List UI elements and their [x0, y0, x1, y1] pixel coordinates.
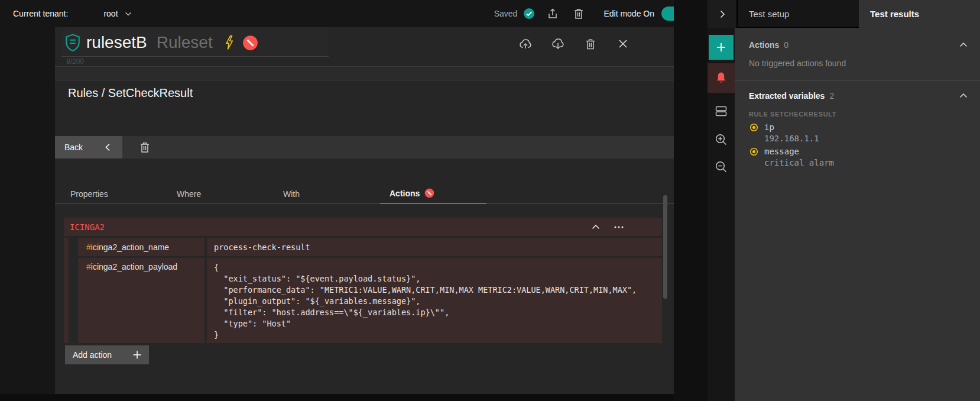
panel-gap: [674, 0, 708, 401]
action-name-label: #icinga2_action_name: [78, 238, 205, 256]
collapse-variables-button[interactable]: [959, 91, 968, 101]
collapse-group-button[interactable]: [591, 222, 601, 232]
zoom-in-icon: [715, 133, 728, 146]
action-group-accent: [64, 238, 69, 343]
shield-icon: [65, 34, 80, 51]
plus-icon: [716, 43, 726, 52]
tab-label: Test results: [870, 9, 919, 19]
back-button-label: Back: [64, 143, 83, 152]
tab-label: Test setup: [749, 9, 789, 19]
chevron-left-icon: [103, 143, 113, 152]
vertical-scrollbar[interactable]: [663, 195, 667, 299]
char-counter: 8/200: [66, 57, 84, 66]
close-icon: [618, 39, 628, 48]
action-group-title: ICINGA2: [70, 222, 105, 232]
card-header-icons: [516, 34, 632, 53]
add-test-event-button[interactable]: [709, 35, 734, 60]
tab-test-results[interactable]: Test results: [859, 0, 979, 28]
bottom-edge: [0, 394, 674, 401]
tab-properties[interactable]: Properties: [61, 183, 167, 204]
variable-name: message: [764, 146, 966, 157]
collapsed-toolbar-band: [55, 66, 674, 80]
action-payload-value[interactable]: { "exit_status": "${event.payload.status…: [207, 258, 662, 343]
tab-label: Properties: [70, 189, 108, 199]
export-button[interactable]: [543, 4, 562, 23]
tab-label: Where: [177, 189, 201, 199]
test-panel: Test setup Test results: [708, 0, 980, 401]
slash-circle-icon: [242, 35, 258, 51]
check-circle-icon: [523, 8, 535, 20]
back-button[interactable]: Back: [55, 136, 122, 159]
event-list-button[interactable]: [708, 102, 735, 120]
overflow-menu-icon[interactable]: [614, 225, 624, 229]
close-editor-button[interactable]: [614, 34, 632, 53]
alerts-button[interactable]: [708, 63, 735, 93]
hash-prefix: #: [86, 262, 91, 271]
cloud-download-icon: [551, 38, 564, 50]
tab-with[interactable]: With: [274, 183, 380, 204]
field-name: icinga2_action_payload: [91, 262, 177, 271]
actions-section-header: Actions 0: [735, 28, 980, 50]
field-name: icinga2_action_name: [91, 242, 169, 252]
plus-icon: [133, 351, 141, 359]
save-status: Saved: [494, 8, 536, 20]
rule-breadcrumb: Rules / SetCheckResult: [68, 86, 193, 100]
slash-circle-icon: [424, 188, 434, 198]
actions-count: 0: [784, 40, 788, 50]
chevron-right-icon: [718, 9, 727, 19]
cloud-upload-icon: [519, 38, 532, 50]
test-panel-tabs: Test setup Test results: [708, 0, 980, 28]
rule-tabs: Properties Where With Actions: [61, 183, 486, 204]
radio-button-icon[interactable]: [749, 122, 759, 133]
rule-group-label: RULE SETCHECKRESULT: [749, 111, 966, 118]
export-icon: [547, 8, 559, 20]
test-results-body: Actions 0 No triggered actions found Ext…: [735, 28, 980, 401]
top-bar: Current tenant: root Saved: [0, 0, 708, 27]
tab-label: With: [283, 189, 300, 199]
upload-ruleset-button[interactable]: [516, 34, 535, 53]
bell-icon: [715, 72, 727, 85]
lightning-bolt-icon: [223, 35, 235, 50]
actions-section-title: Actions: [749, 40, 779, 50]
zoom-out-button[interactable]: [708, 158, 735, 176]
tab-where[interactable]: Where: [167, 183, 274, 204]
edit-mode-label: Edit mode On: [603, 9, 654, 18]
delete-button[interactable]: [569, 4, 588, 23]
test-tool-strip: [708, 28, 735, 401]
variables-section-header: Extracted variables 2: [735, 81, 980, 101]
action-name-value[interactable]: process-check-result: [207, 238, 662, 256]
no-actions-message: No triggered actions found: [749, 59, 966, 68]
tenant-value: root: [103, 9, 118, 18]
variable-item: ip 192.168.1.1: [749, 122, 966, 144]
add-action-label: Add action: [73, 350, 112, 360]
action-payload-label: #icinga2_action_payload: [78, 258, 205, 343]
saved-label: Saved: [494, 9, 518, 18]
app-screen: Current tenant: root Saved: [0, 0, 980, 401]
variable-list: ip 192.168.1.1 message critical alarm: [735, 122, 980, 169]
ruleset-type-label: Ruleset: [157, 33, 213, 52]
variable-name: ip: [764, 122, 966, 133]
variables-section-title: Extracted variables: [749, 91, 825, 101]
collapse-panel-button[interactable]: [708, 0, 738, 28]
zoom-out-icon: [715, 160, 728, 173]
rule-toolbar: Back: [55, 136, 674, 159]
radio-button-icon[interactable]: [749, 146, 759, 157]
action-group-header[interactable]: ICINGA2: [64, 218, 662, 236]
hash-prefix: #: [86, 242, 91, 252]
ruleset-editor-card: rulesetB Ruleset 8/200: [55, 27, 674, 394]
tenant-dropdown[interactable]: root: [103, 9, 132, 18]
ruleset-name[interactable]: rulesetB: [86, 33, 147, 52]
tab-test-setup[interactable]: Test setup: [738, 0, 859, 28]
delete-rule-button[interactable]: [135, 138, 154, 157]
delete-ruleset-button[interactable]: [581, 34, 600, 53]
variables-count: 2: [829, 91, 834, 101]
variable-value: critical alarm: [764, 157, 966, 169]
variable-item: message critical alarm: [749, 146, 966, 169]
tab-actions[interactable]: Actions: [380, 183, 486, 204]
download-ruleset-button[interactable]: [549, 34, 567, 53]
collapse-actions-button[interactable]: [959, 40, 968, 50]
ruleset-title-row: rulesetB Ruleset: [65, 33, 258, 52]
zoom-in-button[interactable]: [708, 131, 735, 148]
add-action-button[interactable]: Add action: [65, 345, 149, 364]
tab-label: Actions: [390, 189, 420, 198]
